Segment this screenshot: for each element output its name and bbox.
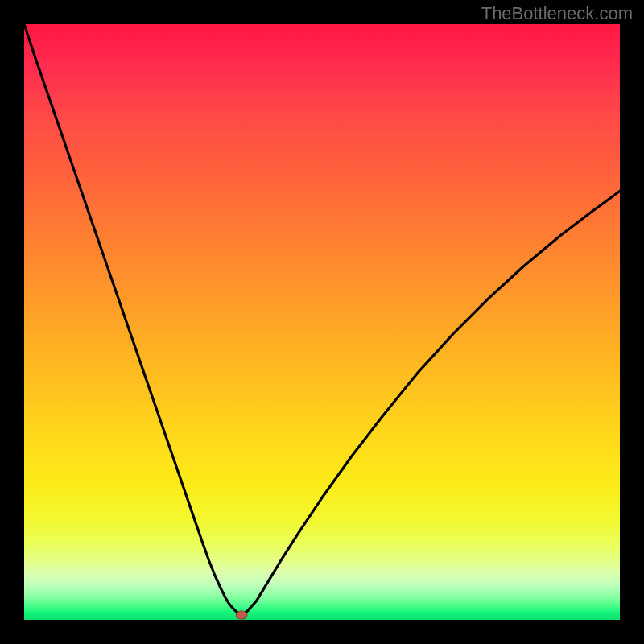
optimum-marker: [236, 611, 247, 619]
bottleneck-curve: [24, 24, 620, 615]
chart-container: TheBottleneck.com: [0, 0, 644, 644]
plot-area: [24, 24, 620, 620]
curve-layer: [24, 24, 620, 620]
watermark-text: TheBottleneck.com: [481, 3, 633, 24]
